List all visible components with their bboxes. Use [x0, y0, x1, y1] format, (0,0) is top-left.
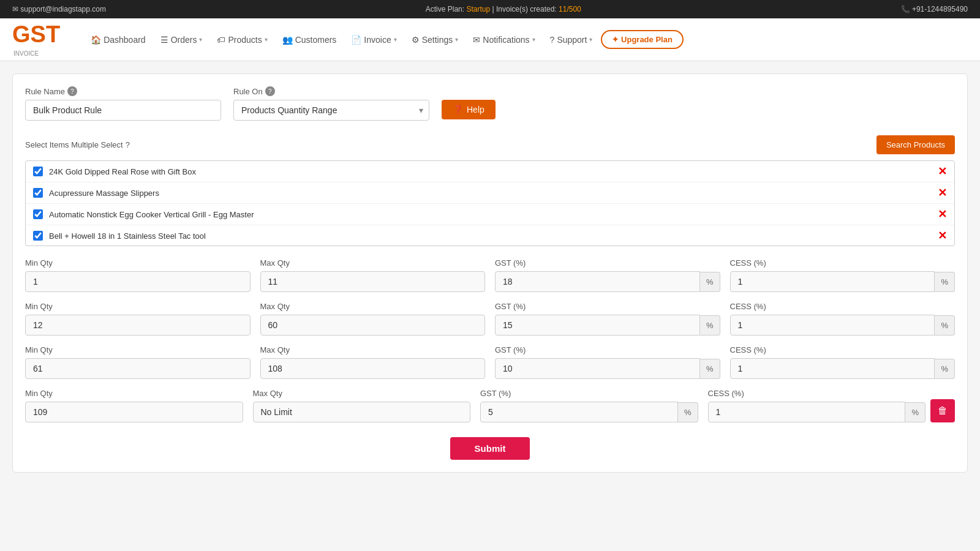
max-qty-input-1[interactable]	[260, 315, 486, 335]
submit-button[interactable]: Submit	[450, 437, 530, 460]
product-item: Automatic Nonstick Egg Cooker Vertical G…	[26, 204, 954, 225]
products-list[interactable]: 24K Gold Dipped Real Rose with Gift Box✕…	[25, 160, 955, 246]
product-remove-button[interactable]: ✕	[938, 230, 947, 241]
cess-input-3[interactable]	[708, 402, 906, 422]
qty-section: Min QtyMax QtyGST (%)%CESS (%)%Min QtyMa…	[25, 258, 955, 422]
search-products-button[interactable]: Search Products	[876, 135, 955, 154]
nav-settings[interactable]: ⚙ Settings ▾	[405, 31, 465, 48]
gst-field-0-suffix: %	[700, 272, 720, 292]
nav-products[interactable]: 🏷 Products ▾	[211, 31, 273, 48]
nav-dashboard[interactable]: 🏠 Dashboard	[85, 31, 152, 48]
min-qty-input-1[interactable]	[25, 315, 251, 335]
upgrade-button[interactable]: ✦ Upgrade Plan	[601, 30, 683, 49]
max-qty-field-2-label: Max Qty	[260, 345, 486, 354]
product-remove-button[interactable]: ✕	[938, 187, 947, 198]
qty-row: Min QtyMax QtyGST (%)%CESS (%)%	[25, 345, 955, 379]
settings-chevron: ▾	[455, 36, 458, 43]
max-qty-input-2[interactable]	[260, 358, 486, 379]
product-checkbox[interactable]	[33, 188, 43, 198]
nav-support[interactable]: ? Support ▾	[544, 31, 599, 48]
max-qty-field-1: Max Qty	[260, 302, 486, 335]
max-qty-input-0[interactable]	[260, 271, 486, 292]
product-checkbox[interactable]	[33, 231, 43, 241]
cess-field-3-suffix: %	[905, 402, 925, 422]
max-qty-field-2: Max Qty	[260, 345, 486, 379]
help-button[interactable]: ❓ Help	[442, 100, 496, 119]
cess-field-2-label: CESS (%)	[730, 345, 956, 354]
gst-field-2-suffix: %	[700, 359, 720, 379]
orders-chevron: ▾	[199, 36, 202, 43]
cess-input-1[interactable]	[730, 315, 935, 335]
cess-field-0-suffix: %	[935, 272, 955, 292]
nav-invoice[interactable]: 📄 Invoice ▾	[345, 31, 402, 48]
orders-icon: ☰	[160, 35, 168, 45]
rule-name-group: Rule Name ?	[25, 86, 221, 121]
gst-field-3-suffix: %	[678, 402, 698, 422]
settings-icon: ⚙	[412, 35, 420, 45]
rule-name-input[interactable]	[25, 100, 221, 121]
product-remove-button[interactable]: ✕	[938, 209, 947, 220]
qty-row-with-delete: Min QtyMax QtyGST (%)%CESS (%)%🗑	[25, 389, 955, 422]
invoice-icon: 📄	[351, 35, 361, 45]
cess-input-0[interactable]	[730, 271, 935, 292]
min-qty-field-2-label: Min Qty	[25, 345, 251, 354]
nav-orders[interactable]: ☰ Orders ▾	[154, 31, 209, 48]
cess-field-0-label: CESS (%)	[730, 258, 956, 268]
rule-row: Rule Name ? Rule On ? Products Quantity …	[25, 86, 955, 121]
gst-field-0: GST (%)%	[495, 258, 720, 292]
rule-name-help-icon[interactable]: ?	[67, 86, 77, 96]
product-checkbox[interactable]	[33, 209, 43, 219]
gst-input-0[interactable]	[495, 271, 700, 292]
gst-field-0-label: GST (%)	[495, 258, 720, 268]
product-item: 24K Gold Dipped Real Rose with Gift Box✕	[26, 161, 954, 182]
cess-field-1-suffix: %	[935, 315, 955, 335]
items-section: Select Items Multiple Select ? Search Pr…	[25, 135, 955, 246]
submit-row: Submit	[25, 437, 955, 460]
max-qty-field-3: Max Qty	[253, 389, 471, 422]
min-qty-field-3: Min Qty	[25, 389, 243, 422]
delete-qty-row-button[interactable]: 🗑	[930, 399, 955, 422]
min-qty-field-1: Min Qty	[25, 302, 251, 335]
rule-on-select-wrapper: Products Quantity Range	[233, 100, 429, 121]
products-icon: 🏷	[217, 35, 225, 45]
min-qty-input-2[interactable]	[25, 358, 251, 379]
cess-input-2[interactable]	[730, 358, 935, 379]
topbar-phone: 📞 +91-1244895490	[901, 5, 968, 13]
product-checkbox[interactable]	[33, 167, 43, 176]
items-header: Select Items Multiple Select ? Search Pr…	[25, 135, 955, 154]
nav-notifications[interactable]: ✉ Notifications ▾	[467, 31, 541, 48]
min-qty-input-3[interactable]	[25, 402, 243, 422]
gst-field-1-suffix: %	[700, 315, 720, 335]
gst-field-3: GST (%)%	[480, 389, 698, 422]
min-qty-field-0: Min Qty	[25, 258, 251, 292]
cess-field-3: CESS (%)%	[708, 389, 926, 422]
invoice-chevron: ▾	[394, 36, 397, 43]
notifications-icon: ✉	[473, 35, 480, 45]
rule-on-select[interactable]: Products Quantity Range	[233, 100, 429, 121]
items-help-icon[interactable]: ?	[126, 140, 130, 149]
min-qty-field-0-label: Min Qty	[25, 258, 251, 268]
cess-field-0: CESS (%)%	[730, 258, 956, 292]
max-qty-input-3[interactable]	[253, 402, 471, 422]
product-name: Automatic Nonstick Egg Cooker Vertical G…	[49, 210, 932, 219]
navbar: GST INVOICE 🏠 Dashboard ☰ Orders ▾ 🏷 Pro…	[0, 18, 980, 61]
product-remove-button[interactable]: ✕	[938, 166, 947, 177]
gst-input-1[interactable]	[495, 315, 700, 335]
nav-customers[interactable]: 👥 Customers	[276, 31, 343, 48]
topbar-email: ✉ support@indiagstapp.com	[12, 5, 106, 13]
logo: GST INVOICE	[12, 23, 60, 57]
gst-input-3[interactable]	[480, 402, 678, 422]
notifications-chevron: ▾	[532, 36, 535, 43]
min-qty-input-0[interactable]	[25, 271, 251, 292]
cess-field-1: CESS (%)%	[730, 302, 956, 335]
cess-field-1-label: CESS (%)	[730, 302, 956, 311]
help-icon: ❓	[453, 105, 463, 114]
product-item: Acupressure Massage Slippers✕	[26, 182, 954, 204]
min-qty-field-1-label: Min Qty	[25, 302, 251, 311]
items-header-label: Select Items Multiple Select ?	[25, 140, 130, 149]
topbar: ✉ support@indiagstapp.com Active Plan: S…	[0, 0, 980, 18]
rule-on-help-icon[interactable]: ?	[265, 86, 275, 96]
gst-input-2[interactable]	[495, 358, 700, 379]
qty-row: Min QtyMax QtyGST (%)%CESS (%)%	[25, 302, 955, 335]
customers-icon: 👥	[282, 35, 293, 45]
